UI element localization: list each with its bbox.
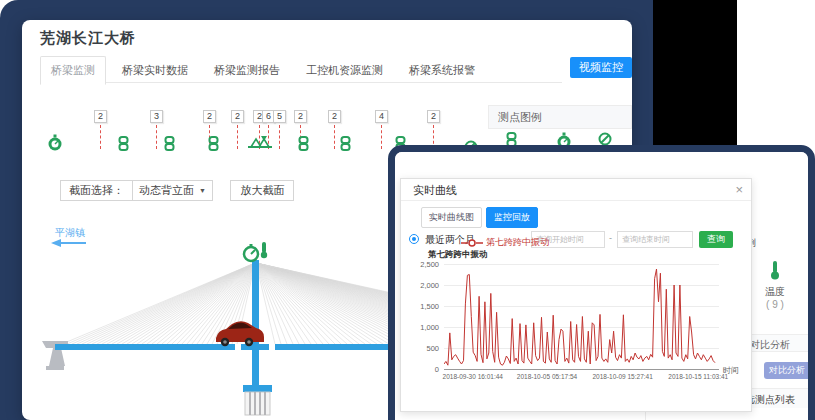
recent-two-months-radio[interactable] [409, 234, 419, 244]
x-tick-label: 2018-10-05 05:17:54 [517, 373, 577, 380]
gauge-icon[interactable] [46, 134, 64, 156]
y-tick-label: 2,500 [401, 260, 439, 269]
query-end-time-input[interactable] [617, 231, 693, 248]
thermometer-icon [768, 260, 782, 280]
bridge-icon[interactable] [247, 134, 273, 155]
compare-section-title: 对比分析 [750, 338, 790, 352]
tab-4[interactable]: 工控机资源监测 [296, 57, 393, 84]
black-corner-region [653, 0, 737, 145]
pylon-gauge-icon[interactable] [244, 244, 258, 261]
main-tabbar: 桥梁监测桥梁实时数据桥梁监测报告工控机资源监测桥梁系统报警 [40, 56, 562, 83]
sensor-count-badge: 2 [94, 110, 107, 123]
section-select[interactable]: 动态背立面 ▼ [132, 181, 212, 200]
sensor-link-icon[interactable] [297, 136, 310, 155]
modal-header: 实时曲线 × [401, 179, 751, 201]
modal-tabbar: 实时曲线图监控回放 [421, 206, 542, 228]
chart-legend[interactable]: 第七跨跨中振动 [461, 236, 549, 249]
sensor-count-badge: 3 [150, 110, 163, 123]
sensor-count-badge: 4 [375, 110, 388, 123]
legend-marker-icon [461, 239, 483, 247]
chevron-down-icon: ▼ [199, 187, 206, 194]
sensor-dash-line [156, 125, 157, 149]
close-icon[interactable]: × [735, 179, 743, 201]
modal-tab-1[interactable]: 实时曲线图 [421, 207, 482, 228]
query-row: 最近两个月 - 查询 [409, 231, 745, 249]
direction-label: 平湖镇 [55, 227, 85, 238]
y-tick-label: 0 [401, 365, 439, 374]
x-axis-name: 时间 [723, 365, 739, 376]
zoomed-screenshot-card: 测点图例 温度 ( 9 ) 对比分析 对比分析 已选测点列表 实时曲线 [388, 145, 815, 420]
y-tick-label: 1,500 [401, 302, 439, 311]
sensor-dash-line [381, 125, 382, 149]
direction-arrow-icon [51, 239, 61, 247]
tab-2[interactable]: 桥梁实时数据 [112, 57, 198, 84]
sensor-dash-line [237, 125, 238, 149]
enlarge-section-button[interactable]: 放大截面 [230, 180, 294, 201]
legend-panel-header: 测点图例 [488, 105, 632, 129]
section-select-row: 截面选择： 动态背立面 ▼ 放大截面 [60, 180, 294, 201]
y-tick-label: 1,000 [401, 323, 439, 332]
sensor-count-badge: 2 [231, 110, 244, 123]
chart-legend-label: 第七跨跨中振动 [486, 236, 549, 249]
sensor-count-badge: 5 [273, 110, 286, 123]
screenshot-stage: 芜湖长江大桥 桥梁监测桥梁实时数据桥梁监测报告工控机资源监测桥梁系统报警 视频监… [0, 0, 815, 420]
realtime-curve-modal: 实时曲线 × 实时曲线图监控回放 最近两个月 - 查询 [400, 178, 752, 412]
x-tick-label: 2018-09-30 16:01:44 [443, 373, 503, 380]
sensor-link-icon[interactable] [339, 136, 352, 155]
modal-tab-2[interactable]: 监控回放 [486, 207, 538, 228]
pile-cap [243, 385, 272, 392]
temperature-label: 温度 [747, 285, 803, 299]
x-tick-label: 2018-10-15 11:03:41 [668, 373, 728, 380]
sensor-dash-line [334, 125, 335, 149]
section-select-group: 截面选择： 动态背立面 ▼ [60, 180, 213, 201]
tab-3[interactable]: 桥梁监测报告 [204, 57, 290, 84]
temperature-count: ( 9 ) [747, 299, 803, 310]
bridge-deck-left [55, 344, 235, 350]
sensor-link-icon[interactable] [117, 136, 130, 155]
pylon-thermometer-icon[interactable] [261, 242, 267, 258]
y-tick-label: 500 [401, 344, 439, 353]
sensor-count-badge: 2 [328, 110, 341, 123]
x-tick-label: 2018-10-09 15:27:41 [592, 373, 652, 380]
sensor-dash-line [279, 125, 280, 149]
compare-analysis-button[interactable]: 对比分析 [764, 362, 810, 379]
query-button[interactable]: 查询 [699, 231, 733, 248]
sensor-link-icon[interactable] [163, 136, 176, 155]
vibration-chart: 05001,0001,5002,0002,500 2018-09-30 16:0… [401, 263, 753, 408]
tab-5[interactable]: 桥梁系统报警 [399, 57, 485, 84]
piles [245, 392, 270, 415]
page-title: 芜湖长江大桥 [40, 29, 136, 48]
date-range-separator: - [609, 233, 612, 243]
sensor-count-badge: 2 [203, 110, 216, 123]
section-select-label: 截面选择： [61, 183, 132, 198]
sensor-dash-line [100, 125, 101, 149]
bridge-pylon [252, 260, 259, 392]
sensor-count-badge: 2 [294, 110, 307, 123]
modal-title: 实时曲线 [413, 184, 457, 196]
tab-1[interactable]: 桥梁监测 [40, 56, 106, 85]
sensor-count-badge: 2 [427, 110, 440, 123]
chart-plot-area [444, 264, 719, 370]
video-monitor-button[interactable]: 视频监控 [570, 57, 632, 78]
sensor-link-icon[interactable] [207, 136, 220, 155]
section-select-value: 动态背立面 [139, 183, 194, 198]
y-tick-label: 2,000 [401, 281, 439, 290]
sidebar-temperature-item[interactable]: 温度 ( 9 ) [747, 260, 803, 310]
